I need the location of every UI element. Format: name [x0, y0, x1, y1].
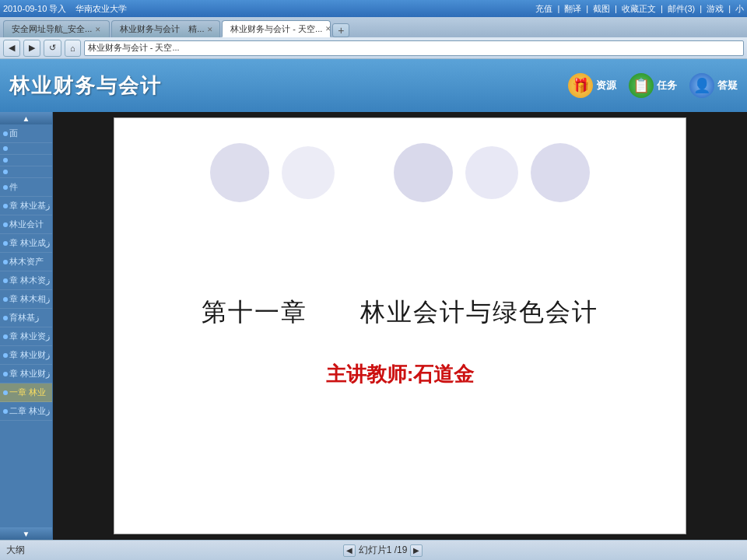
- charge-btn[interactable]: 充值: [535, 3, 552, 15]
- back-button[interactable]: ◀: [3, 40, 20, 57]
- sidebar-dot: [3, 390, 8, 395]
- sidebar-item-4[interactable]: 件: [0, 178, 52, 197]
- task-icon: 📋: [629, 73, 654, 98]
- refresh-button[interactable]: ↺: [44, 40, 61, 57]
- small-btn[interactable]: 小: [735, 3, 744, 15]
- content-panel: 第十一章 林业会计与绿色会计 主讲教师:石道金: [53, 112, 747, 540]
- answer-label: 答疑: [717, 79, 738, 93]
- answer-button[interactable]: 👤 答疑: [689, 73, 738, 98]
- slide-title: 第十一章 林业会计与绿色会计: [202, 296, 598, 330]
- sidebar-item-11[interactable]: 育林基ز: [0, 309, 52, 327]
- tab-0-label: 安全网址导航_安全...: [12, 23, 92, 35]
- topbar-sep1: |: [557, 4, 559, 13]
- tab-1-label: 林业财务与会计 精...: [120, 23, 204, 35]
- sidebar-item-1[interactable]: [0, 143, 52, 155]
- sidebar-scroll-down[interactable]: ▼: [0, 527, 52, 540]
- sidebar-items: 面 件 章 林业基ز 林业会计 章 林业成ز 林木资产 章 林木资ز 章 林木相…: [0, 124, 52, 527]
- app-title: 林业财务与会计: [9, 72, 162, 100]
- sidebar-item-5[interactable]: 章 林业基ز: [0, 197, 52, 215]
- sidebar-item-13[interactable]: 章 林业财ز: [0, 346, 52, 365]
- tab-2-close[interactable]: ✕: [325, 25, 331, 33]
- os-topbar-left: 2010-09-10 导入 华南农业大学: [3, 3, 127, 15]
- main-content: ▲ 面 件 章 林业基ز 林业会计 章 林业成ز 林木资产 章 林木资ز 章 林…: [0, 112, 747, 540]
- mail-btn[interactable]: 邮件(3): [668, 3, 695, 15]
- sidebar-dot: [3, 185, 8, 190]
- nav-bar: ◀ ▶ ↺ ⌂: [0, 37, 747, 59]
- app-toolbar: 🎁 资源 📋 任务 👤 答疑: [568, 73, 738, 98]
- topbar-sep4: |: [661, 4, 663, 13]
- app-header: 林业财务与会计 🎁 资源 📋 任务 👤 答疑: [0, 59, 747, 112]
- os-university: 华南农业大学: [75, 3, 127, 15]
- sidebar-dot: [3, 297, 8, 302]
- bottom-outline-label: 大纲: [6, 544, 25, 557]
- slide-circles: [161, 143, 639, 202]
- new-tab-button[interactable]: +: [332, 23, 349, 37]
- os-topbar-right: 充值 | 翻译 | 截图 | 收藏正文 | 邮件(3) | 游戏 | 小: [535, 3, 744, 15]
- sidebar-dot: [3, 204, 8, 208]
- slide-container: 第十一章 林业会计与绿色会计 主讲教师:石道金: [114, 117, 686, 534]
- resource-label: 资源: [596, 79, 616, 93]
- topbar-sep3: |: [615, 4, 617, 13]
- sidebar-dot: [3, 278, 8, 283]
- sidebar-item-7[interactable]: 章 林业成ز: [0, 234, 52, 253]
- resource-button[interactable]: 🎁 资源: [568, 73, 616, 98]
- sidebar-item-9[interactable]: 章 林木资ز: [0, 271, 52, 290]
- answer-icon: 👤: [689, 73, 714, 98]
- sidebar-dot: [3, 241, 8, 246]
- tab-1-close[interactable]: ✕: [207, 26, 213, 33]
- tab-2[interactable]: 林业财务与会计 - 天空... ✕: [222, 20, 331, 37]
- tab-bar: 安全网址导航_安全... ✕ 林业财务与会计 精... ✕ 林业财务与会计 - …: [0, 17, 747, 37]
- sidebar-dot: [3, 372, 8, 376]
- sidebar-item-10[interactable]: 章 林木相ز: [0, 290, 52, 309]
- slide-circle-2: [282, 146, 335, 199]
- sidebar-scroll-up[interactable]: ▲: [0, 112, 52, 124]
- sidebar-item-3[interactable]: [0, 166, 52, 178]
- slide-circle-3: [394, 143, 453, 202]
- bookmark-btn[interactable]: 收藏正文: [622, 3, 656, 15]
- sidebar-dot: [3, 146, 8, 151]
- tab-1[interactable]: 林业财务与会计 精... ✕: [111, 20, 220, 37]
- sidebar-dot: [3, 158, 8, 163]
- sidebar-dot: [3, 409, 8, 414]
- slide-prev-button[interactable]: ◀: [343, 544, 356, 557]
- sidebar-item-12[interactable]: 章 林业资ز: [0, 327, 52, 346]
- slide-next-button[interactable]: ▶: [410, 544, 423, 557]
- sidebar-dot: [3, 131, 8, 136]
- games-btn[interactable]: 游戏: [707, 3, 724, 15]
- sidebar-item-2[interactable]: [0, 155, 52, 166]
- sidebar-dot: [3, 222, 8, 227]
- slide-navigation: ◀ 幻灯片1 /19 ▶: [343, 544, 423, 557]
- tab-0[interactable]: 安全网址导航_安全... ✕: [3, 20, 110, 37]
- sidebar: ▲ 面 件 章 林业基ز 林业会计 章 林业成ز 林木资产 章 林木资ز 章 林…: [0, 112, 53, 540]
- sidebar-dot: [3, 170, 8, 174]
- forward-button[interactable]: ▶: [23, 40, 40, 57]
- topbar-sep5: |: [700, 4, 702, 13]
- slide-info: 幻灯片1 /19: [359, 544, 408, 557]
- tab-0-close[interactable]: ✕: [95, 26, 101, 33]
- os-date: 2010-09-10 导入: [3, 3, 66, 15]
- tab-2-label: 林业财务与会计 - 天空...: [230, 23, 322, 35]
- topbar-sep6: |: [728, 4, 731, 13]
- sidebar-dot: [3, 316, 8, 320]
- resource-icon: 🎁: [568, 73, 593, 98]
- translate-btn[interactable]: 翻译: [564, 3, 581, 15]
- sidebar-item-15[interactable]: 一章 林业: [0, 383, 52, 402]
- screenshot-btn[interactable]: 截图: [593, 3, 610, 15]
- home-button[interactable]: ⌂: [65, 40, 81, 57]
- address-bar[interactable]: [84, 40, 744, 56]
- os-topbar: 2010-09-10 导入 华南农业大学 充值 | 翻译 | 截图 | 收藏正文…: [0, 0, 747, 17]
- slide-circle-1: [210, 143, 269, 202]
- task-label: 任务: [657, 79, 677, 93]
- sidebar-item-0[interactable]: 面: [0, 124, 52, 143]
- slide-circle-5: [531, 143, 590, 202]
- sidebar-item-14[interactable]: 章 林业财ز: [0, 365, 52, 383]
- sidebar-item-8[interactable]: 林木资产: [0, 253, 52, 271]
- sidebar-item-16[interactable]: 二章 林业ز: [0, 402, 52, 421]
- bottom-bar: 大纲 ◀ 幻灯片1 /19 ▶: [0, 540, 747, 560]
- slide-circle-4: [465, 146, 518, 199]
- sidebar-item-6[interactable]: 林业会计: [0, 215, 52, 234]
- browser-window: 2010-09-10 导入 华南农业大学 充值 | 翻译 | 截图 | 收藏正文…: [0, 0, 747, 560]
- topbar-sep2: |: [586, 4, 588, 13]
- sidebar-dot: [3, 353, 8, 358]
- task-button[interactable]: 📋 任务: [629, 73, 677, 98]
